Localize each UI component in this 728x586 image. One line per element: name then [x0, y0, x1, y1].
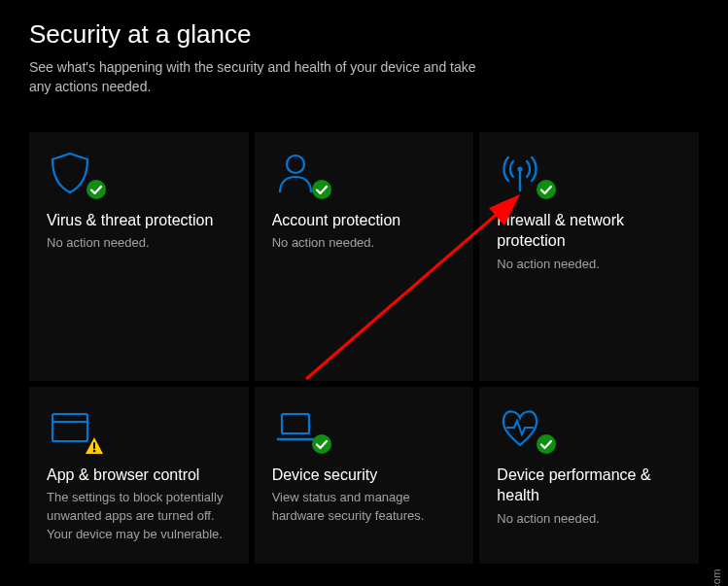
tile-title: Virus & threat protection: [47, 210, 231, 231]
tile-status: The settings to block potentially unwant…: [47, 489, 231, 544]
shield-icon: [47, 150, 101, 196]
tile-status: No action needed.: [497, 510, 681, 529]
tile-account-protection[interactable]: Account protection No action needed.: [255, 132, 474, 381]
person-icon: [272, 150, 327, 196]
status-warning-badge-icon: [84, 435, 105, 457]
tile-status: No action needed.: [272, 234, 457, 253]
status-ok-badge-icon: [536, 179, 557, 200]
status-ok-badge-icon: [311, 179, 332, 200]
page-title: Security at a glance: [29, 19, 728, 50]
tile-title: Device performance & health: [497, 465, 681, 506]
tile-device-performance-health[interactable]: Device performance & health No action ne…: [479, 387, 699, 564]
tile-device-security[interactable]: Device security View status and manage h…: [255, 387, 474, 564]
tile-title: Device security: [272, 465, 457, 486]
svg-point-0: [87, 180, 106, 199]
page-header: Security at a glance See what's happenin…: [0, 0, 728, 97]
tile-title: Account protection: [272, 210, 457, 231]
svg-rect-10: [282, 414, 309, 433]
laptop-icon: [272, 404, 327, 451]
browser-window-icon: [47, 404, 101, 451]
tile-app-browser-control[interactable]: App & browser control The settings to bl…: [29, 387, 249, 564]
svg-point-9: [93, 449, 96, 452]
svg-point-5: [537, 180, 556, 199]
tile-title: Firewall & network protection: [497, 210, 681, 252]
page-subtitle: See what's happening with the security a…: [29, 57, 476, 97]
svg-rect-6: [52, 414, 87, 441]
antenna-icon: [497, 150, 551, 196]
status-ok-badge-icon: [311, 433, 332, 455]
tile-status: No action needed.: [47, 234, 231, 253]
svg-point-11: [312, 434, 331, 454]
tile-firewall-network-protection[interactable]: Firewall & network protection No action …: [479, 132, 699, 381]
watermark: wsxdn.com: [711, 569, 722, 586]
tile-status: No action needed.: [497, 256, 681, 274]
svg-point-12: [537, 434, 556, 454]
tile-title: App & browser control: [47, 465, 231, 486]
heart-pulse-icon: [497, 404, 551, 451]
tile-status: View status and manage hardware security…: [272, 489, 457, 526]
tile-virus-threat-protection[interactable]: Virus & threat protection No action need…: [29, 132, 249, 381]
svg-point-2: [312, 180, 331, 199]
svg-point-1: [287, 155, 304, 173]
status-ok-badge-icon: [536, 433, 557, 455]
security-tiles-grid: Virus & threat protection No action need…: [0, 97, 728, 564]
status-ok-badge-icon: [86, 179, 107, 200]
